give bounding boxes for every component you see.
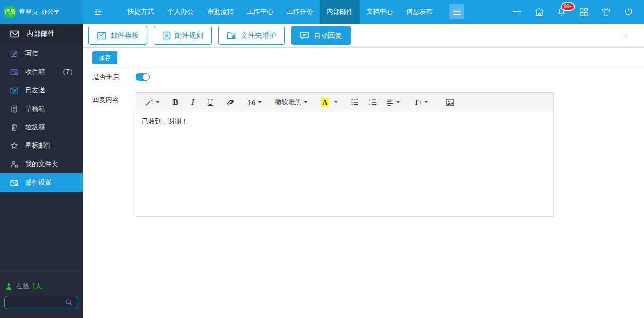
reply-content-row: 回复内容 B I U 16 <box>83 87 644 217</box>
theme-shirt-icon[interactable] <box>601 6 611 18</box>
sidebar-item-label: 邮件设置 <box>25 178 52 187</box>
italic-button[interactable]: I <box>190 96 196 108</box>
favorite-star-icon[interactable]: ☆ <box>622 30 630 41</box>
tab-mail-templates[interactable]: 邮件模板 <box>88 26 147 45</box>
folder-settings-icon <box>227 31 236 40</box>
person-folder-icon <box>10 160 18 168</box>
svg-text:1: 1 <box>369 99 370 102</box>
sent-icon <box>10 87 18 94</box>
italic-label: I <box>191 97 194 107</box>
nav-item-document-center[interactable]: 文档中心 <box>360 0 399 24</box>
avatar: 理员 <box>4 6 16 18</box>
sidebar-search <box>4 296 79 309</box>
bullet-list-button[interactable] <box>349 97 361 107</box>
nav-label: 信息发布 <box>406 8 433 16</box>
insert-image-button[interactable] <box>444 97 456 107</box>
compose-icon <box>10 50 18 57</box>
mail-template-icon <box>97 32 106 40</box>
underline-button[interactable]: U <box>206 97 215 108</box>
home-icon[interactable] <box>534 6 544 18</box>
inbox-icon <box>10 68 18 76</box>
dropdown-caret <box>424 101 428 103</box>
font-family-value: 微软雅黑 <box>275 98 301 106</box>
tab-folder-maintenance[interactable]: 文件夹维护 <box>218 26 285 45</box>
tab-auto-reply[interactable]: 自动回复 <box>291 26 351 45</box>
editor-toolbar: B I U 16 微软雅黑 A <box>136 93 553 112</box>
notifications-bell-icon[interactable]: 99+ <box>556 6 567 18</box>
topbar: 理员 管理员 -办公室 快捷方式 个人办公 审批流转 工作中心 工作任务 内部邮… <box>0 0 644 24</box>
editor-content[interactable]: 已收到，谢谢！ <box>136 112 553 216</box>
svg-text:2: 2 <box>369 102 370 105</box>
sidebar-item-label: 垃圾箱 <box>25 123 45 132</box>
reply-content-label: 回复内容 <box>92 92 136 104</box>
sidebar-item-drafts[interactable]: 草稿箱 <box>0 99 83 118</box>
nav-item-work-center[interactable]: 工作中心 <box>240 0 280 24</box>
magic-format-button[interactable] <box>143 97 162 108</box>
mail-sidebar: 内部邮件 写信 收件箱 （7） 已发送 草稿箱 <box>0 24 83 318</box>
apps-grid-icon[interactable] <box>579 6 589 18</box>
sidebar-item-starred[interactable]: 星标邮件 <box>0 136 83 155</box>
numbered-list-button[interactable]: 12 <box>367 97 379 107</box>
nav-item-approval-flow[interactable]: 审批流转 <box>200 0 240 24</box>
align-button[interactable] <box>385 98 402 107</box>
save-button[interactable]: 保存 <box>92 51 117 64</box>
nav-label: 工作中心 <box>247 8 273 16</box>
toggle-knob <box>143 74 149 80</box>
eraser-format-button[interactable] <box>225 97 236 107</box>
draft-icon <box>10 105 18 113</box>
online-count: 1人 <box>32 282 42 291</box>
inbox-unread-count: （7） <box>59 68 76 76</box>
collapse-menu-icon[interactable] <box>93 7 104 17</box>
nav-item-info-release[interactable]: 信息发布 <box>399 0 439 24</box>
add-icon[interactable] <box>512 6 522 18</box>
search-icon[interactable] <box>65 299 73 306</box>
font-size-value: 16 <box>248 98 256 106</box>
font-color-button[interactable]: A <box>319 97 340 108</box>
power-logout-icon[interactable] <box>623 6 634 18</box>
dropdown-caret <box>396 101 400 103</box>
updown-arrow: ↕ <box>419 99 422 105</box>
app-window: 理员 管理员 -办公室 快捷方式 个人办公 审批流转 工作中心 工作任务 内部邮… <box>0 0 644 318</box>
user-area[interactable]: 理员 管理员 -办公室 <box>0 0 83 24</box>
font-size-select[interactable]: 16 <box>246 97 264 108</box>
sidebar-item-label: 已发送 <box>25 86 45 95</box>
bold-button[interactable]: B <box>171 96 180 108</box>
sidebar-item-mail-settings[interactable]: 邮件设置 <box>0 173 83 192</box>
sidebar-item-trash[interactable]: 垃圾箱 <box>0 118 83 136</box>
sidebar-item-label: 草稿箱 <box>25 105 45 113</box>
sidebar-spacer <box>0 192 83 271</box>
auto-reply-icon <box>300 31 309 40</box>
line-height-letter: T <box>414 98 418 106</box>
enable-toggle[interactable] <box>136 73 150 81</box>
font-family-select[interactable]: 微软雅黑 <box>273 97 309 108</box>
nav-item-work-tasks[interactable]: 工作任务 <box>280 0 320 24</box>
sidebar-item-compose[interactable]: 写信 <box>0 44 83 62</box>
nav-label: 工作任务 <box>287 8 313 16</box>
sidebar-item-label: 星标邮件 <box>25 141 52 150</box>
nav-label: 审批流转 <box>207 8 234 16</box>
nav-item-internal-mail[interactable]: 内部邮件 <box>320 0 360 24</box>
trash-icon <box>10 124 18 131</box>
notification-badge: 99+ <box>561 2 575 11</box>
sidebar-item-my-folders[interactable]: 我的文件夹 <box>0 155 83 173</box>
nav-label: 文档中心 <box>366 8 393 16</box>
rich-text-editor: B I U 16 微软雅黑 A <box>136 92 554 217</box>
dropdown-caret <box>304 101 308 103</box>
nav-item-shortcuts[interactable]: 快捷方式 <box>121 0 161 24</box>
font-color-letter: A <box>321 98 328 106</box>
tab-label: 邮件规则 <box>175 31 203 40</box>
mail-settings-icon <box>10 179 18 186</box>
star-icon <box>10 142 18 150</box>
more-menu-button[interactable] <box>449 4 464 19</box>
nav-label: 个人办公 <box>167 8 194 16</box>
sidebar-item-sent[interactable]: 已发送 <box>0 81 83 99</box>
sidebar-item-inbox[interactable]: 收件箱 （7） <box>0 62 83 81</box>
enable-label: 是否开启 <box>92 73 136 81</box>
line-height-button[interactable]: T ↕ <box>412 97 430 108</box>
username: 管理员 -办公室 <box>19 8 60 16</box>
tab-mail-rules[interactable]: 邮件规则 <box>154 26 212 45</box>
tab-label: 文件夹维护 <box>241 31 276 40</box>
nav-label: 内部邮件 <box>327 8 353 16</box>
topbar-actions: 99+ <box>512 0 644 24</box>
nav-item-personal-office[interactable]: 个人办公 <box>161 0 200 24</box>
